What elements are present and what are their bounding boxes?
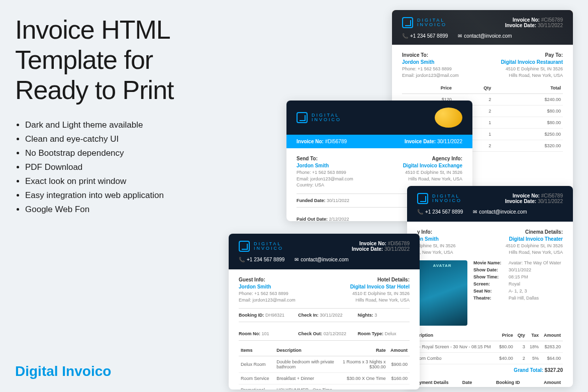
phone-icon: 📞 +1 234 567 8899 — [402, 33, 448, 39]
theater-table: riptionPriceQtyTaxAmount - Royal Screen … — [417, 330, 563, 364]
features-list: Dark and Light theme available Clean and… — [15, 120, 231, 215]
movie-details: Movie Name:Avatar: The Way Of Water Show… — [473, 260, 561, 326]
email-icon: ✉ contact@invoice.com — [295, 257, 348, 262]
invoice-hotel: DIGITALINVOICO Invoice No: #DI56789 Invo… — [229, 234, 420, 389]
logo: DIGITALINVOICO — [417, 193, 462, 204]
feature-item: Dark and Light theme available — [25, 120, 231, 130]
logo: DIGITALINVOICO — [239, 241, 283, 252]
blue-bar: Invoice No: #DI56789 Invoice Date: 30/11… — [286, 135, 472, 148]
page-title: Invoice HTML Template for Ready to Print — [15, 15, 231, 105]
feature-item: Clean and eye-catchy UI — [25, 134, 231, 144]
logo-icon — [402, 17, 413, 28]
feature-item: PDF Download — [25, 162, 231, 172]
payment-table: yment DetailsDateBooking IDAmount erican… — [417, 377, 563, 387]
logo: DIGITALINVOICO — [402, 17, 447, 28]
logo: DIGITALINVOICO — [297, 112, 341, 123]
feature-item: Exact look on print window — [25, 176, 231, 186]
email-icon: ✉ contact@invoice.com — [458, 33, 512, 39]
invoice-theater: DIGITALINVOICO Invoice No: #CI56789 Invo… — [407, 186, 573, 387]
movie-poster — [417, 260, 467, 326]
brand-name: Digital Invoico — [15, 363, 111, 379]
logo-icon — [239, 241, 250, 252]
feature-item: Google Web Fon — [25, 205, 231, 215]
phone-icon: 📞 +1 234 567 8899 — [239, 257, 284, 262]
phone-icon: 📞 +1 234 567 8899 — [417, 209, 463, 215]
coins-icon — [435, 108, 462, 128]
hotel-table: ItemsDescriptionRateAmount Delux RoomDou… — [239, 345, 410, 389]
logo-icon — [417, 193, 428, 204]
feature-item: Easy integration into web application — [25, 190, 231, 201]
logo-icon — [297, 112, 308, 123]
feature-item: No Bootstrap dependency — [25, 148, 231, 158]
email-icon: ✉ contact@invoice.com — [473, 209, 527, 215]
